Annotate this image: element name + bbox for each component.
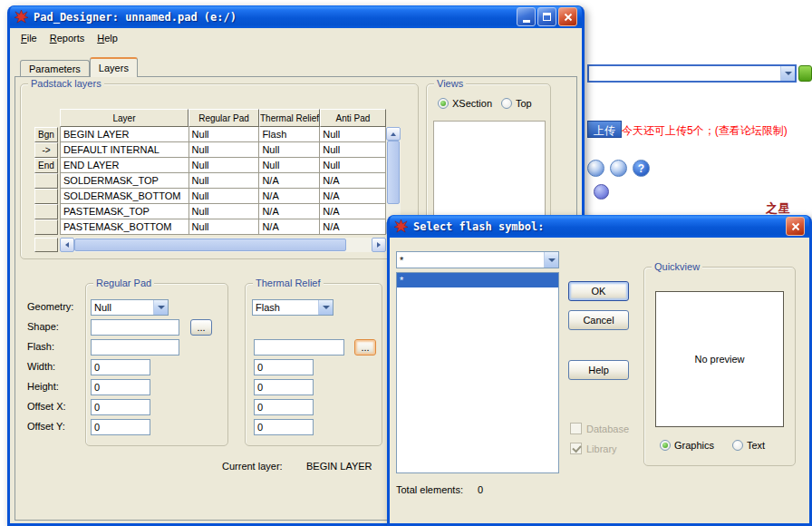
- cell-regular-pad[interactable]: Null: [189, 127, 260, 142]
- menu-file[interactable]: File: [14, 30, 44, 46]
- cell-thermal-relief[interactable]: N/A: [259, 189, 320, 204]
- cell-thermal-relief[interactable]: Null: [259, 142, 320, 158]
- scrollbar-thumb[interactable]: [387, 141, 400, 204]
- table-row[interactable]: PASTEMASK_TOP Null N/A N/A: [61, 204, 386, 219]
- table-row[interactable]: SOLDERMASK_BOTTOM Null N/A N/A: [61, 189, 386, 204]
- thermal-geometry-combo[interactable]: Flash: [252, 299, 334, 316]
- cell-anti-pad[interactable]: Null: [320, 127, 386, 142]
- list-item[interactable]: *: [397, 273, 558, 287]
- thermal-flash-field[interactable]: [254, 339, 344, 356]
- cell-anti-pad[interactable]: Null: [320, 142, 386, 158]
- cell-layer[interactable]: SOLDERMASK_BOTTOM: [61, 189, 189, 204]
- address-combo[interactable]: [587, 64, 797, 83]
- height-label: Height:: [27, 381, 59, 392]
- scrollbar-thumb[interactable]: [74, 239, 346, 251]
- column-header-layer: Layer: [60, 109, 188, 127]
- cell-anti-pad[interactable]: N/A: [320, 189, 386, 204]
- cell-thermal-relief[interactable]: Null: [259, 158, 320, 173]
- table-row[interactable]: DEFAULT INTERNAL Null Null Null: [61, 142, 386, 158]
- row-marker[interactable]: [34, 189, 58, 204]
- dropdown-arrow-icon[interactable]: [318, 300, 333, 315]
- tab-parameters[interactable]: Parameters: [20, 60, 90, 77]
- horizontal-scrollbar[interactable]: [60, 238, 386, 252]
- cell-layer[interactable]: PASTEMASK_TOP: [61, 204, 189, 219]
- cell-thermal-relief[interactable]: N/A: [259, 173, 320, 189]
- cell-thermal-relief[interactable]: Flash: [259, 127, 320, 142]
- row-marker[interactable]: [34, 173, 58, 189]
- close-button[interactable]: [558, 7, 577, 26]
- cell-regular-pad[interactable]: Null: [189, 158, 260, 173]
- minimize-button[interactable]: [517, 7, 536, 26]
- row-marker[interactable]: Bgn: [34, 127, 58, 142]
- cancel-button[interactable]: Cancel: [568, 310, 629, 330]
- cell-regular-pad[interactable]: Null: [189, 189, 260, 204]
- symbol-list[interactable]: *: [396, 272, 559, 473]
- dialog-close-button[interactable]: [786, 217, 805, 236]
- cell-anti-pad[interactable]: N/A: [320, 173, 386, 189]
- thermal-browse-button[interactable]: ...: [354, 339, 376, 356]
- geometry-combo[interactable]: Null: [91, 299, 169, 316]
- cell-layer[interactable]: BEGIN LAYER: [61, 127, 189, 142]
- upload-button[interactable]: 上传: [587, 121, 622, 138]
- thermal-offset-x-field[interactable]: [254, 399, 314, 415]
- tab-layers[interactable]: Layers: [90, 57, 138, 77]
- top-radio[interactable]: Top: [501, 98, 532, 109]
- cell-regular-pad[interactable]: Null: [189, 204, 260, 219]
- help-button[interactable]: Help: [568, 360, 629, 380]
- cell-thermal-relief[interactable]: N/A: [259, 219, 320, 235]
- maximize-button[interactable]: [537, 7, 556, 26]
- go-icon[interactable]: [798, 65, 812, 82]
- row-marker[interactable]: [34, 219, 58, 235]
- cell-regular-pad[interactable]: Null: [189, 219, 260, 235]
- toolbar-icon[interactable]: [587, 160, 604, 177]
- ok-button[interactable]: OK: [568, 281, 629, 301]
- shape-browse-button[interactable]: ...: [190, 319, 212, 336]
- flash-field[interactable]: [91, 339, 179, 356]
- badge-icon[interactable]: [594, 184, 609, 200]
- cell-anti-pad[interactable]: N/A: [320, 219, 386, 235]
- thermal-height-field[interactable]: [254, 379, 314, 395]
- cell-thermal-relief[interactable]: N/A: [259, 204, 320, 219]
- cell-anti-pad[interactable]: N/A: [320, 204, 386, 219]
- help-icon[interactable]: ?: [633, 160, 650, 177]
- row-marker[interactable]: [34, 238, 58, 252]
- cell-regular-pad[interactable]: Null: [189, 142, 260, 158]
- height-field[interactable]: [91, 379, 150, 395]
- titlebar[interactable]: Pad_Designer: unnamed.pad (e:/): [10, 5, 582, 28]
- toolbar-icon[interactable]: [610, 160, 627, 177]
- table-row[interactable]: PASTEMASK_BOTTOM Null N/A N/A: [61, 219, 386, 235]
- offset-x-field[interactable]: [91, 399, 150, 415]
- thermal-offset-y-field[interactable]: [254, 419, 314, 435]
- thermal-width-field[interactable]: [254, 359, 314, 375]
- dropdown-arrow-icon[interactable]: [544, 252, 558, 268]
- scroll-up-button[interactable]: [386, 127, 401, 141]
- row-marker[interactable]: ->: [34, 142, 58, 158]
- text-radio[interactable]: Text: [732, 440, 765, 451]
- xsection-radio[interactable]: XSection: [438, 98, 492, 109]
- dropdown-arrow-icon[interactable]: [780, 66, 795, 81]
- dialog-titlebar[interactable]: Select flash symbol:: [390, 215, 809, 238]
- table-row[interactable]: END LAYER Null Null Null: [61, 158, 386, 173]
- cell-layer[interactable]: END LAYER: [61, 158, 189, 173]
- table-row[interactable]: BEGIN LAYER Null Flash Null: [61, 127, 386, 142]
- offset-y-field[interactable]: [91, 419, 150, 435]
- graphics-radio[interactable]: Graphics: [660, 440, 714, 451]
- menu-help[interactable]: Help: [91, 30, 124, 46]
- filter-combo[interactable]: *: [396, 251, 559, 268]
- table-row[interactable]: SOLDERMASK_TOP Null N/A N/A: [61, 173, 386, 189]
- cell-layer[interactable]: SOLDERMASK_TOP: [61, 173, 189, 189]
- shape-field[interactable]: [91, 319, 179, 336]
- row-marker[interactable]: End: [34, 158, 58, 173]
- cell-anti-pad[interactable]: Null: [320, 158, 386, 173]
- width-field[interactable]: [91, 359, 150, 375]
- menu-reports[interactable]: Reports: [44, 30, 92, 46]
- scroll-left-button[interactable]: [60, 238, 74, 252]
- total-elements-label: Total elements:: [396, 484, 463, 495]
- cell-regular-pad[interactable]: Null: [189, 173, 260, 189]
- radio-icon: [501, 98, 512, 109]
- dropdown-arrow-icon[interactable]: [153, 300, 168, 315]
- scroll-right-button[interactable]: [372, 238, 386, 252]
- cell-layer[interactable]: PASTEMASK_BOTTOM: [61, 219, 189, 235]
- cell-layer[interactable]: DEFAULT INTERNAL: [61, 142, 189, 158]
- row-marker[interactable]: [34, 204, 58, 219]
